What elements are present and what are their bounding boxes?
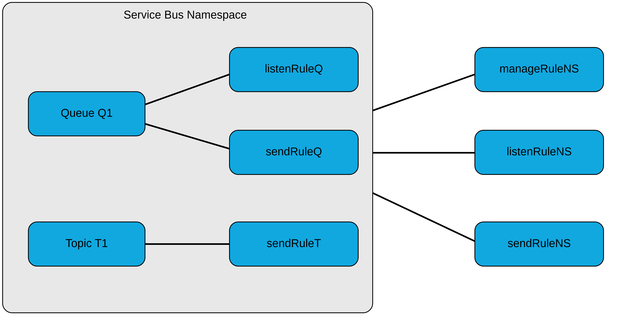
edge-namespace-sendRuleNS bbox=[373, 193, 475, 241]
node-label-sendRuleT: sendRuleT bbox=[266, 237, 321, 249]
node-listenRuleNS: listenRuleNS bbox=[475, 130, 604, 175]
edge-namespace-manageRuleNS bbox=[373, 74, 475, 111]
node-label-manageRuleNS: manageRuleNS bbox=[500, 62, 579, 75]
node-sendRuleQ: sendRuleQ bbox=[230, 130, 358, 175]
node-label-sendRuleQ: sendRuleQ bbox=[266, 145, 322, 158]
node-label-listenRuleNS: listenRuleNS bbox=[506, 145, 572, 158]
node-topic: Topic T1 bbox=[28, 222, 145, 266]
node-label-queue: Queue Q1 bbox=[61, 106, 113, 119]
node-sendRuleT: sendRuleT bbox=[230, 222, 358, 266]
node-listenRuleQ: listenRuleQ bbox=[230, 47, 358, 92]
namespace-title: Service Bus Namespace bbox=[124, 8, 247, 21]
node-label-topic: Topic T1 bbox=[66, 237, 108, 249]
node-manageRuleNS: manageRuleNS bbox=[475, 47, 604, 92]
node-sendRuleNS: sendRuleNS bbox=[475, 222, 604, 266]
service-bus-diagram: Service Bus Namespace Queue Q1listenRule… bbox=[0, 0, 644, 316]
node-label-listenRuleQ: listenRuleQ bbox=[265, 62, 323, 75]
node-label-sendRuleNS: sendRuleNS bbox=[508, 237, 571, 249]
node-queue: Queue Q1 bbox=[28, 92, 145, 136]
